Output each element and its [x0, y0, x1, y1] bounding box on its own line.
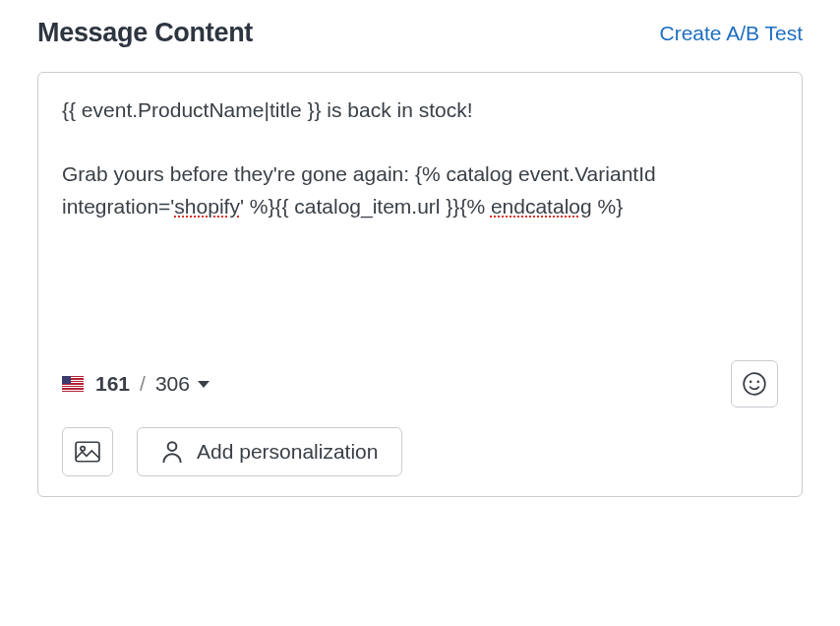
chevron-down-icon: [198, 381, 210, 388]
svg-point-5: [168, 442, 177, 451]
svg-point-2: [756, 381, 759, 384]
char-count-max: 306: [155, 372, 190, 396]
create-ab-test-link[interactable]: Create A/B Test: [659, 22, 803, 45]
add-personalization-button[interactable]: Add personalization: [137, 427, 402, 476]
char-count-current: 161: [95, 372, 130, 396]
bottom-actions-row: Add personalization: [62, 427, 778, 476]
counter-row: 161 / 306: [62, 360, 778, 407]
svg-point-0: [744, 373, 765, 395]
svg-point-1: [750, 381, 752, 384]
message-content-box: {{ event.ProductName|title }} is back in…: [37, 72, 803, 497]
insert-image-button[interactable]: [62, 427, 113, 476]
us-flag-icon: [62, 376, 84, 392]
svg-rect-3: [76, 442, 99, 462]
char-counter-dropdown[interactable]: 161 / 306: [62, 372, 210, 396]
char-count-separator: /: [136, 372, 150, 396]
section-title: Message Content: [37, 18, 253, 48]
add-personalization-label: Add personalization: [197, 440, 378, 464]
emoji-picker-button[interactable]: [731, 360, 778, 407]
emoji-icon: [742, 371, 767, 397]
image-icon: [75, 441, 100, 463]
person-icon: [161, 440, 183, 464]
svg-point-4: [81, 447, 85, 451]
message-textarea[interactable]: {{ event.ProductName|title }} is back in…: [62, 94, 778, 350]
